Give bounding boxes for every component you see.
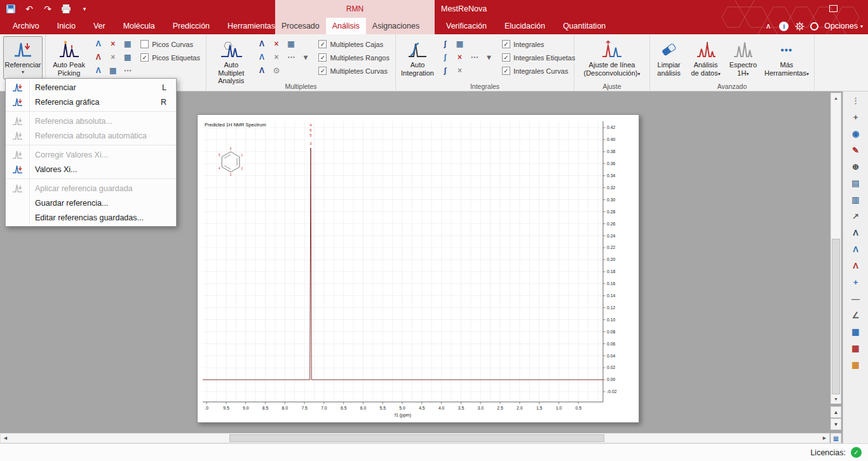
collapse-ribbon-icon[interactable]: ∧ [763,21,773,31]
settings-gear-icon[interactable] [794,21,804,31]
qat-more-button[interactable]: ▾ [79,3,90,15]
more-peak-options-icon[interactable]: ⋯ [121,65,133,76]
tab-herramientas[interactable]: Herramientas [219,18,284,34]
multiplet-box-icon[interactable]: Λ [255,51,268,62]
crosshair-cursor-icon[interactable]: + [849,110,863,123]
tab-ver[interactable]: Ver [85,18,114,34]
tab-molecula[interactable]: Molécula [114,18,164,34]
next-page-button[interactable]: ▼ [831,418,841,430]
multiplet-side-icon[interactable]: Λ [849,243,863,255]
integral-edit-icon[interactable]: ∫ [439,65,451,76]
menu-item-referenciar[interactable]: ReferenciarL [6,80,176,95]
remove-integral-icon[interactable]: × [454,65,466,76]
more-multiplet-options-icon[interactable]: ⋯ [285,51,297,62]
edit-peaks-icon[interactable]: Λ [92,65,104,76]
vertical-scroll-thumb[interactable] [832,239,840,394]
info-icon[interactable]: i [779,22,789,31]
manual-integration-icon[interactable]: ∫ [439,38,451,49]
zoom-in-icon[interactable]: ⊕ [849,160,863,173]
more-tools-button[interactable]: ••• Más Herramientas▾ [763,36,811,80]
window-restore-button[interactable] [829,5,837,12]
tab-elucidacion[interactable]: Elucidación [496,18,554,34]
menu-item-editar-referencias-guardadas[interactable]: Editar referencias guardadas... [6,210,176,225]
horizontal-scrollbar[interactable]: ◀ ▶ [0,433,830,443]
tab-prediccion[interactable]: Predicción [164,18,219,34]
tab-procesado[interactable]: Procesado [275,18,326,34]
menu-item-referencia-grafica[interactable]: Referencia gráficaR [6,95,176,109]
page-navigator-button[interactable]: ▦ [831,433,841,443]
scroll-left-arrow[interactable]: ◀ [1,434,10,443]
multiplet-caret-icon[interactable]: ▾ [299,51,311,62]
tab-inicio[interactable]: Inicio [48,18,85,34]
zoom-selection-icon[interactable]: ◉ [849,127,863,140]
menu-item-valores-xi[interactable]: Valores Xi... [6,162,176,177]
checkbox-multipletes-rangos[interactable]: ✓Multipletes Rangos [318,53,390,62]
auto-peak-picking-button[interactable]: Auto Peak Picking [49,36,89,79]
document-page[interactable]: 0.420.400.380.360.340.320.300.280.260.24… [197,114,639,423]
tab-verificacion[interactable]: Verificación [437,18,496,34]
more-integral-options-icon[interactable]: ⋯ [468,51,480,62]
clear-analysis-button[interactable]: Limpiar análisis [653,36,684,79]
peak-pick-side-icon[interactable]: Λ [849,259,863,272]
delete-multiplets-icon[interactable]: × [270,38,282,49]
manual-multiplet-icon[interactable]: Λ [255,38,268,49]
horizontal-scroll-thumb[interactable] [229,434,604,442]
peaks-grid-icon[interactable]: ▦ [107,65,119,76]
save-button[interactable] [5,3,17,15]
peak-threshold-icon[interactable]: Λ [92,51,104,62]
integral-region-icon[interactable]: ∫ [439,51,451,62]
manual-peak-picking-icon[interactable]: Λ [92,38,104,49]
checkbox-integrales-etiquetas[interactable]: ✓Integrales Etiquetas [502,53,575,62]
integral-caret-icon[interactable]: ▾ [483,51,495,62]
checkbox-picos-etiquetas[interactable]: ✓Picos Etiquetas [140,53,200,62]
previous-page-button[interactable]: ▲ [831,406,841,418]
multiplets-table-icon[interactable]: ▦ [285,38,297,49]
redo-button[interactable]: ↷ [42,3,53,15]
peaks-side-icon[interactable]: Λ [849,226,863,239]
tab-archivo[interactable]: Archivo [4,18,48,34]
panel-handle-icon[interactable]: ⋮ [849,94,863,107]
tab-quantitation[interactable]: Quantitation [554,18,614,34]
referenciar-button[interactable]: Referenciar▾ [3,36,43,79]
integrals-table-icon[interactable]: ▦ [454,38,466,49]
vertical-scrollbar[interactable]: ▲ ▼ [831,93,841,404]
license-status-icon[interactable]: ✓ [851,447,862,458]
spectrum-1h-button[interactable]: Espectro 1H▾ [727,36,759,80]
checkbox-multipletes-curvas[interactable]: ✓Multipletes Curvas [318,67,390,75]
auto-integration-button[interactable]: Auto Integration [399,36,436,79]
line-fitting-button[interactable]: Ajuste de línea (Desconvolución)▾ [578,36,646,80]
peaks-report-icon[interactable]: ▦ [121,51,133,62]
multiplet-report-icon[interactable]: Λ [255,65,268,76]
parameters-table-icon[interactable]: ▦ [849,358,863,371]
page-preview-icon[interactable]: ▤ [849,177,863,189]
peaks-table-icon[interactable]: ▦ [121,38,133,49]
scroll-right-arrow[interactable]: ▶ [820,434,829,443]
menu-item-guardar-referencia[interactable]: Guardar referencia... [6,196,176,210]
tab-analisis[interactable]: Análisis [326,18,366,34]
options-menu-button[interactable]: Opciones ▾ [824,22,863,30]
delete-peaks-icon[interactable]: × [107,38,119,49]
remove-multiplet-icon[interactable]: × [270,51,282,62]
crosshair-tool-icon[interactable]: + [849,276,863,288]
checkbox-integrales[interactable]: ✓Integrales [502,40,575,48]
print-button[interactable] [60,3,72,15]
report-table-icon[interactable]: ▦ [849,342,863,354]
copy-zoom-icon[interactable]: ▥ [849,193,863,206]
multiplet-history-icon[interactable]: ⊙ [270,65,282,76]
delete-integrals-icon[interactable]: × [454,51,466,62]
auto-multiplet-analysis-button[interactable]: Auto Multiplet Analysis [210,36,252,87]
remove-peak-icon[interactable]: × [107,51,119,62]
data-analysis-button[interactable]: Análisis de datos▾ [688,36,724,80]
license-circle-icon[interactable] [810,22,818,30]
angle-tool-icon[interactable]: ∠ [849,309,863,321]
checkbox-integrales-curvas[interactable]: ✓Integrales Curvas [502,67,575,75]
expand-icon[interactable]: ↗ [849,210,863,222]
scroll-up-arrow[interactable]: ▲ [831,93,841,102]
undo-button[interactable]: ↶ [24,3,35,15]
baseline-tool-icon[interactable]: — [849,292,863,305]
checkbox-multipletes-cajas[interactable]: ✓Multipletes Cajas [318,40,390,48]
annotate-icon[interactable]: ✎ [849,144,863,156]
checkbox-picos-curvas[interactable]: Picos Curvas [140,40,200,48]
table-view-icon[interactable]: ▦ [849,325,863,338]
tab-asignaciones[interactable]: Asignaciones [366,18,426,34]
